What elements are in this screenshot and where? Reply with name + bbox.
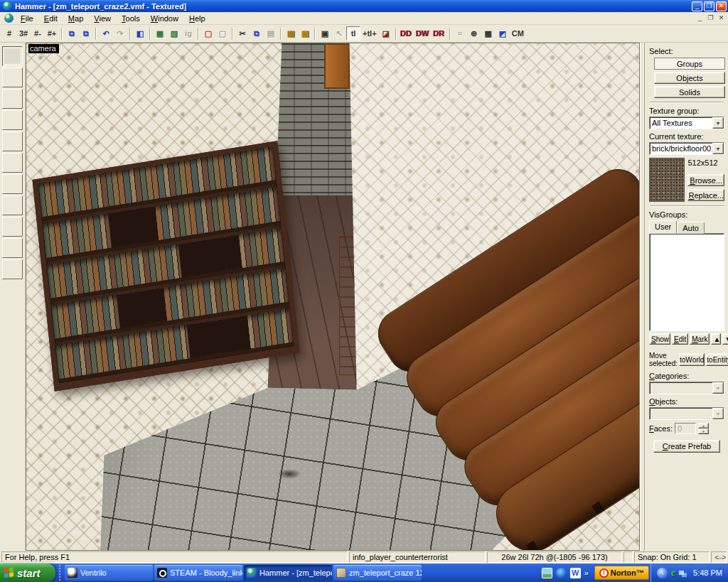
status-bar: For Help, press F1 info_player_counterte… [0,551,728,564]
visgroups-tab[interactable]: User [649,220,677,234]
toggle-grid-icon[interactable]: # [2,26,16,41]
save-window-state-icon[interactable]: ⧉ [79,26,93,41]
texture-application-tool[interactable] [2,153,23,173]
menu-item[interactable]: Tools [117,13,144,24]
norton-badge[interactable]: ! Norton™ [594,566,649,580]
disp-r-icon[interactable]: DR [432,26,447,41]
apply-decals-tool[interactable] [2,195,23,215]
hollow-icon[interactable]: ▩ [298,26,312,41]
select-mode-button[interactable]: Objects [654,72,725,84]
toggle-3d-grid-icon[interactable]: 3# [16,26,31,41]
dropdown-arrow-icon[interactable]: ▼ [712,143,724,154]
antivirus-tray-icon[interactable]: e [671,567,675,578]
carve-icon[interactable]: ▨ [284,26,298,41]
selection-tool[interactable] [2,46,23,66]
carve-cube-icon[interactable]: ◧ [133,26,147,41]
taskbar-task-button[interactable]: STEAM - Bloody_link [154,565,242,581]
magnify-tool[interactable] [2,68,23,87]
browse-button[interactable]: Browse... [687,174,724,186]
mdi-close-button[interactable]: ✕ [716,14,727,23]
rotate-handles-icon[interactable]: ▢ [215,26,230,41]
clipping-tool[interactable] [2,238,23,258]
word-icon[interactable]: W [570,568,581,578]
faucet-icon[interactable]: ≈ [453,26,467,41]
texture-scale-lock-icon[interactable]: +tl+ [360,26,379,41]
helpers-icon[interactable]: ⊕ [467,26,481,41]
mdi-document-icon[interactable] [4,14,14,23]
ungroup-icon[interactable]: ▧ [167,26,181,41]
copy-icon[interactable]: ⧉ [250,26,264,41]
taskbar-task-button[interactable]: Hammer - [zm_telepo... [244,565,332,581]
hide-icons-chevron[interactable]: ‹ [657,568,668,578]
menu-item[interactable]: Window [146,13,183,24]
ignore-groups-icon[interactable]: ig [181,26,196,41]
texture-group-dropdown[interactable]: All Textures ▼ [649,117,724,129]
replace-button[interactable]: Replace... [687,189,724,201]
clip-mode-icon[interactable]: ◪ [379,26,393,41]
paste-icon[interactable]: ▤ [264,26,278,41]
selection-bounds-icon[interactable]: ▣ [318,26,332,41]
restore-button[interactable]: ❐ [704,1,714,11]
media-player-icon[interactable] [556,568,567,578]
visgroup-down-button[interactable]: ▼ [722,333,728,345]
visgroups-list[interactable] [649,233,724,331]
image-viewer-icon[interactable] [542,568,552,578]
menu-item[interactable]: File [16,13,38,24]
visgroup-mark-button[interactable]: Mark [690,333,710,345]
select-mode-button[interactable]: Solids [654,86,725,98]
block-tool[interactable] [2,131,23,151]
entity-tool[interactable] [2,110,23,130]
overlay-tool[interactable] [2,217,23,237]
larger-grid-icon[interactable]: #+ [45,26,59,41]
status-snap-grid: Snap: On Grid: 1 [634,551,710,563]
quick-launch-handle[interactable] [57,565,63,581]
dropdown-arrow-icon[interactable]: ▼ [712,117,724,129]
to-entity-button[interactable]: toEntity [706,353,728,366]
menu-item[interactable]: Help [185,13,210,24]
network-tray-icon[interactable] [679,571,684,575]
categories-dropdown: ▼ [649,382,724,394]
select-mode-button[interactable]: Groups [654,58,725,70]
camera-tool[interactable] [2,89,23,109]
faces-spin-down: ▼ [698,429,709,434]
vertex-tool[interactable] [2,259,23,279]
mdi-restore-button[interactable]: ❐ [705,14,716,23]
visgroups-tabs: User Auto [649,220,724,234]
taskbar-task-button[interactable]: Ventrilo [65,565,153,581]
cut-icon[interactable]: ✂ [235,26,250,41]
apply-current-texture-tool[interactable] [2,174,23,194]
visgroups-tab[interactable]: Auto [677,222,705,234]
load-window-state-icon[interactable]: ⧉ [65,26,79,41]
redo-icon[interactable]: ↷ [113,26,127,41]
close-button[interactable]: ✕ [716,1,727,11]
smaller-grid-icon[interactable]: #- [31,26,45,41]
cm-toggle[interactable]: CM [510,26,526,41]
texture-lock-icon[interactable]: tl [346,26,360,41]
3d-viewport[interactable]: camera [26,43,640,551]
group-icon[interactable]: ▦ [153,26,167,41]
undo-icon[interactable]: ↶ [99,26,113,41]
grid-window-icon[interactable]: ▦ [481,26,496,41]
taskbar-task-button[interactable]: zm_teleport_craze 12... [333,565,422,581]
start-button[interactable]: start [0,564,55,582]
faces-spin-up: ▲ [698,423,709,429]
drag-select-icon[interactable]: ↖ [332,26,346,41]
visgroup-up-button[interactable]: ▲ [711,333,721,345]
visgroup-show-button[interactable]: Show [649,333,670,345]
menu-item[interactable]: Map [64,13,87,24]
disp-w-icon[interactable]: DW [414,26,431,41]
model-fade-icon[interactable]: ◩ [496,26,510,41]
quick-launch-chevron[interactable]: » [584,568,589,577]
visgroup-edit-button[interactable]: Edit [672,333,688,345]
create-prefab-button[interactable]: Create Prefab [653,440,720,453]
disp-d-icon[interactable]: DD [399,26,414,41]
to-world-button[interactable]: toWorld [679,353,705,366]
menu-item[interactable]: Edit [40,13,62,24]
minimize-button[interactable]: _ [692,1,702,11]
main-toolbar: # 3# #- #+ ⧉ ⧉ ↶ ↷ ◧ ▦ ▧ ig ▢ ▢ ✂ ⧉ ▤ ▨ … [0,25,728,43]
current-texture-dropdown[interactable]: brick/brickfloor001a ▼ [649,142,724,155]
menu-item[interactable]: View [90,13,115,24]
select-handles-icon[interactable]: ▢ [201,26,215,41]
resize-grip[interactable]: <-> [711,551,727,563]
mdi-minimize-button[interactable]: _ [695,14,705,23]
